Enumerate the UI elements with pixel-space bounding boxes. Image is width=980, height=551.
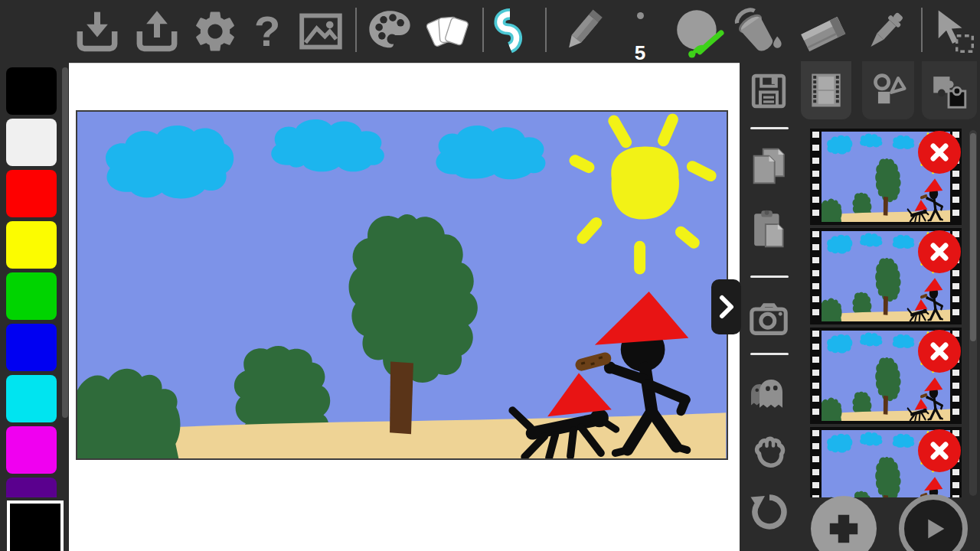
puzzle-icon (927, 68, 972, 112)
tab-shapes[interactable] (862, 61, 914, 119)
filmstrip-sprockets (812, 132, 819, 222)
toolbar-separator (355, 8, 357, 52)
play-animation-button[interactable] (899, 494, 968, 551)
palette-scrollbar[interactable] (62, 67, 68, 418)
hand-grab-icon (746, 428, 792, 474)
gear-icon (191, 7, 240, 56)
frame-3[interactable] (810, 328, 962, 424)
palette-icon (365, 7, 414, 56)
current-color-swatch[interactable] (7, 500, 64, 551)
curve-squiggle-icon (491, 8, 537, 55)
eraser-button[interactable] (792, 5, 854, 57)
frame-4[interactable] (810, 427, 962, 497)
delete-frame-button[interactable] (918, 230, 961, 273)
tab-plugins[interactable] (922, 61, 977, 119)
palette-swatch-3[interactable] (6, 221, 57, 269)
undo-button[interactable] (744, 488, 793, 536)
chevron-right-icon (718, 294, 735, 320)
delete-frame-button[interactable] (918, 131, 961, 174)
delete-frame-button[interactable] (918, 429, 961, 472)
toolbar-separator (482, 8, 484, 52)
copy-pages-icon (746, 144, 791, 188)
tab-frames[interactable] (801, 61, 851, 119)
ghost-icon (746, 370, 792, 416)
color-palette-button[interactable] (363, 5, 416, 57)
pan-button[interactable] (744, 427, 793, 474)
download-icon (73, 7, 122, 56)
eraser-icon (794, 5, 852, 58)
frames-filmstrip (810, 129, 962, 497)
export-button[interactable] (130, 5, 184, 57)
upload-icon (132, 7, 181, 56)
image-icon (296, 7, 345, 56)
copy-button[interactable] (744, 142, 793, 190)
brush-size-indicator[interactable]: 5 (626, 6, 654, 64)
undo-arrow-icon (746, 489, 792, 535)
delete-x-icon (926, 338, 952, 364)
paint-animation-app: ? (0, 0, 980, 551)
toolbar-separator (921, 8, 923, 52)
paste-button[interactable] (744, 205, 793, 253)
delete-x-icon (926, 438, 952, 464)
add-frame-button[interactable] (811, 496, 877, 551)
import-button[interactable] (70, 5, 124, 57)
side-separator (750, 276, 789, 278)
paste-clipboard-icon (746, 207, 791, 251)
filmstrip-scrollbar-thumb[interactable] (970, 133, 976, 341)
palette-swatch-0[interactable] (6, 67, 57, 115)
snapshot-button[interactable] (744, 295, 793, 343)
brush-preview-icon (671, 5, 726, 58)
expand-panel-handle[interactable] (711, 279, 741, 334)
palette-swatch-6[interactable] (6, 375, 57, 422)
settings-button[interactable] (188, 5, 242, 57)
color-palette (6, 67, 60, 497)
frame-1[interactable] (810, 129, 962, 225)
curve-tool-button[interactable] (488, 5, 539, 57)
pencil-button[interactable] (554, 5, 611, 57)
filmstrip-sprockets (812, 331, 819, 421)
help-button[interactable]: ? (243, 5, 291, 57)
floppy-save-icon (747, 70, 790, 112)
camera-icon (746, 297, 791, 341)
palette-swatch-7[interactable] (6, 426, 57, 474)
toolbar-separator (545, 8, 547, 52)
palette-swatch-8[interactable] (6, 478, 57, 497)
fill-bucket-button[interactable] (727, 5, 789, 57)
eyedropper-icon (859, 5, 911, 57)
shapes-icon (867, 69, 910, 112)
drawing-canvas[interactable] (76, 110, 728, 460)
onion-skin-button[interactable] (744, 369, 793, 416)
delete-x-icon (926, 239, 952, 265)
palette-swatch-4[interactable] (6, 272, 57, 320)
eyedropper-button[interactable] (856, 5, 914, 57)
brush-size-dot-icon (637, 12, 644, 19)
pencil-icon (557, 5, 609, 57)
filmstrip-sprockets (812, 430, 819, 497)
delete-frame-button[interactable] (918, 330, 961, 373)
save-button[interactable] (744, 67, 793, 115)
pages-button[interactable] (421, 5, 475, 57)
plus-icon (822, 507, 865, 550)
side-separator (750, 353, 789, 355)
palette-swatch-1[interactable] (6, 119, 57, 166)
brush-preview-button[interactable] (669, 5, 727, 57)
question-mark-icon: ? (254, 10, 280, 53)
delete-x-icon (926, 139, 952, 165)
filmstrip-icon (805, 69, 848, 112)
cards-icon (423, 7, 473, 56)
select-button[interactable] (926, 5, 978, 57)
brush-size-value: 5 (635, 43, 645, 63)
frame-2[interactable] (810, 228, 962, 324)
fill-bucket-icon (730, 5, 786, 58)
palette-swatch-2[interactable] (6, 170, 57, 217)
palette-swatch-5[interactable] (6, 324, 57, 371)
side-separator (750, 127, 789, 129)
insert-image-button[interactable] (294, 5, 348, 57)
play-icon (916, 511, 951, 546)
filmstrip-sprockets (812, 231, 819, 321)
select-cursor-icon (928, 7, 977, 56)
new-file-button[interactable] (9, 5, 63, 57)
